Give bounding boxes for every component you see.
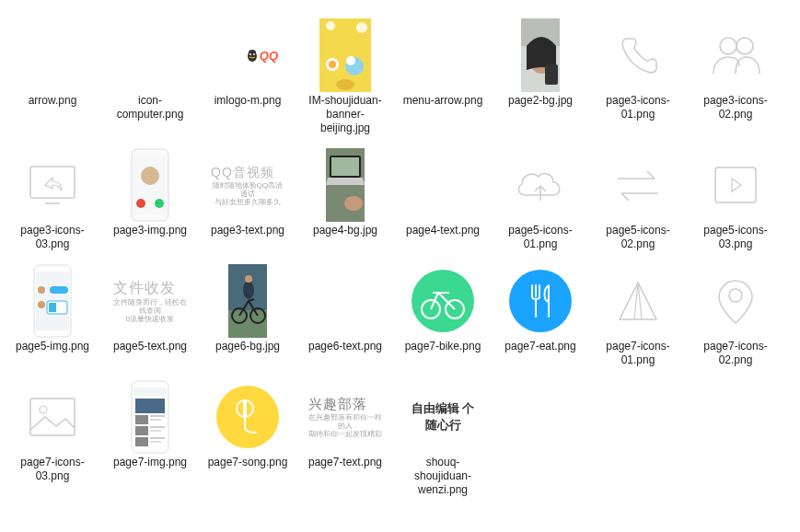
thumbnail <box>302 18 388 92</box>
file-item[interactable]: page7-eat.png <box>497 264 584 353</box>
file-item[interactable]: page6-text.png <box>302 264 388 353</box>
file-label: IM-shoujiduan-banner-beijing.jpg <box>302 94 388 135</box>
svg-point-6 <box>356 22 367 33</box>
thumbnail <box>400 18 486 92</box>
file-label: page3-icons-02.png <box>692 94 779 121</box>
file-item[interactable]: page7-bike.png <box>400 264 486 353</box>
file-label: page7-bike.png <box>405 340 481 353</box>
svg-point-8 <box>346 56 355 65</box>
file-item[interactable]: page3-icons-01.png <box>595 18 681 121</box>
svg-point-16 <box>720 38 736 54</box>
svg-point-2 <box>249 53 251 55</box>
file-label: page4-text.png <box>406 224 480 237</box>
thumbnail <box>9 18 96 92</box>
thumbnail <box>497 264 584 338</box>
file-label: page7-song.png <box>208 456 288 469</box>
thumbnail <box>692 18 779 92</box>
thumbnail <box>497 148 584 222</box>
thumbnail <box>692 264 779 338</box>
svg-rect-59 <box>150 426 165 428</box>
thumbnail <box>9 264 96 338</box>
file-label: page7-text.png <box>308 456 382 469</box>
thumbnail <box>595 264 681 338</box>
thumbnail <box>400 148 486 222</box>
thumbnail <box>302 264 388 338</box>
svg-rect-58 <box>150 419 161 421</box>
file-item[interactable]: page3-icons-02.png <box>692 18 779 121</box>
svg-point-5 <box>326 21 335 30</box>
svg-rect-49 <box>30 399 75 435</box>
file-item[interactable]: 自由编辑 个随心行shouq-shoujiduan-wenzi.png <box>400 380 486 497</box>
svg-rect-33 <box>50 286 68 294</box>
svg-rect-29 <box>715 168 756 202</box>
svg-point-47 <box>509 270 572 332</box>
file-item[interactable]: page7-song.png <box>204 380 291 469</box>
file-label: page2-bg.jpg <box>508 94 573 108</box>
file-label: page5-img.png <box>16 340 89 353</box>
file-label: page6-bg.jpg <box>215 340 280 353</box>
svg-rect-61 <box>150 437 165 439</box>
file-item[interactable]: 兴趣部落在兴趣部落有和你一样的人期待和你一起发现精彩page7-text.png <box>302 380 388 469</box>
file-item[interactable]: page6-bg.jpg <box>204 264 291 353</box>
svg-point-50 <box>40 406 47 413</box>
svg-point-10 <box>329 61 336 68</box>
thumbnail <box>595 18 681 92</box>
thumbnail <box>692 148 779 222</box>
file-item[interactable]: page5-icons-02.png <box>595 148 681 251</box>
file-label: page3-icons-01.png <box>595 94 681 121</box>
file-item[interactable]: page4-text.png <box>400 148 486 237</box>
svg-point-22 <box>141 167 159 185</box>
svg-rect-65 <box>243 399 247 418</box>
file-item[interactable]: page3-img.png <box>107 148 193 237</box>
file-item[interactable]: QQ音视频随时随地体验QQ高清通话与好友想多久聊多久page3-text.png <box>204 148 291 237</box>
file-label: page3-text.png <box>211 224 284 237</box>
thumbnail <box>107 18 193 92</box>
svg-rect-62 <box>150 441 161 443</box>
thumbnail <box>497 18 584 92</box>
file-label: page3-icons-03.png <box>9 224 96 251</box>
file-item[interactable]: IM-shoujiduan-banner-beijing.jpg <box>302 18 388 135</box>
file-item[interactable]: page7-icons-03.png <box>9 380 96 483</box>
file-label: icon-computer.png <box>107 94 193 121</box>
thumbnail <box>107 148 193 222</box>
thumbnail <box>204 380 291 454</box>
file-label: page5-icons-01.png <box>497 224 584 251</box>
thumbnail <box>595 148 681 222</box>
thumbnail <box>302 148 388 222</box>
svg-rect-56 <box>135 437 148 446</box>
file-item[interactable]: page3-icons-03.png <box>9 148 96 251</box>
thumbnail: 自由编辑 个随心行 <box>400 380 486 454</box>
svg-point-34 <box>38 286 45 294</box>
svg-rect-57 <box>150 415 165 417</box>
thumbnail: QQ音视频随时随地体验QQ高清通话与好友想多久聊多久 <box>204 148 291 222</box>
svg-point-17 <box>736 38 753 54</box>
file-item[interactable]: page4-bg.jpg <box>302 148 388 237</box>
file-label: page6-text.png <box>308 340 382 353</box>
file-item[interactable]: icon-computer.png <box>107 18 193 121</box>
file-label: page7-eat.png <box>504 340 575 353</box>
svg-point-28 <box>344 196 363 211</box>
file-item[interactable]: page5-icons-01.png <box>497 148 584 251</box>
file-label: page5-icons-02.png <box>595 224 681 251</box>
file-item[interactable]: QQimlogo-m.png <box>204 18 291 108</box>
file-item[interactable]: page2-bg.jpg <box>497 18 584 108</box>
thumbnail <box>204 264 291 338</box>
file-label: page5-icons-03.png <box>692 224 779 251</box>
svg-point-23 <box>136 199 145 208</box>
file-item[interactable]: menu-arrow.png <box>400 18 486 108</box>
file-item[interactable]: page5-icons-03.png <box>692 148 779 251</box>
file-item[interactable]: page7-icons-02.png <box>692 264 779 367</box>
svg-point-3 <box>253 53 255 55</box>
file-item[interactable]: arrow.png <box>9 18 96 108</box>
svg-point-42 <box>243 281 254 299</box>
file-item[interactable]: page7-img.png <box>107 380 193 469</box>
file-grid: arrow.pngicon-computer.pngQQimlogo-m.png… <box>9 18 791 497</box>
thumbnail: QQ <box>204 18 291 92</box>
file-item[interactable]: page7-icons-01.png <box>595 264 681 367</box>
file-item[interactable]: page5-img.png <box>9 264 96 353</box>
file-label: arrow.png <box>29 94 77 108</box>
file-label: page7-icons-03.png <box>9 456 96 483</box>
svg-point-48 <box>729 289 742 302</box>
file-item[interactable]: 文件收发文件随身而行，轻松在线查阅0流量快速收发page5-text.png <box>107 264 193 353</box>
svg-rect-52 <box>133 387 167 396</box>
